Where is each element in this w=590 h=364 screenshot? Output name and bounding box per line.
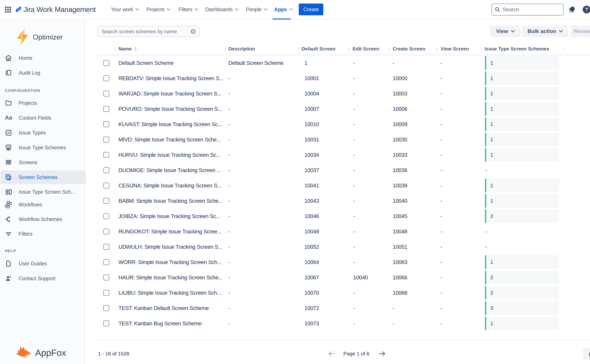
svg-text:?: ? — [585, 6, 588, 12]
svg-text:Aa: Aa — [5, 114, 12, 121]
